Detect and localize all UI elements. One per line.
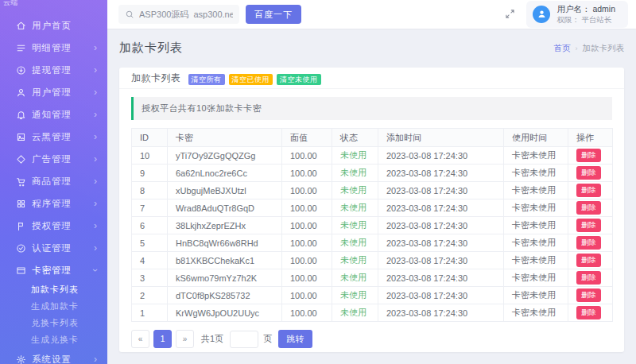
delete-button[interactable]: 删除 [576, 236, 601, 250]
cell-id: 9 [132, 165, 168, 182]
sidebar-item-label: 生成兑换卡 [31, 334, 97, 346]
delete-button[interactable]: 删除 [576, 271, 601, 285]
chevron-right-icon: › [94, 199, 97, 208]
image-icon [16, 132, 26, 142]
sidebar-item-label: 系统设置 [32, 354, 94, 364]
delete-button[interactable]: 删除 [576, 149, 601, 162]
delete-button[interactable]: 删除 [576, 219, 601, 232]
sidebar-item[interactable]: 商品管理 › [0, 170, 107, 192]
chevron-right-icon: › [94, 154, 97, 164]
cell-used-time: 卡密未使用 [504, 199, 568, 217]
prev-page-button[interactable]: « [131, 330, 149, 348]
sidebar-item[interactable]: 认证管理 › [0, 237, 107, 259]
sidebar-item[interactable]: 授权管理 › [0, 215, 107, 237]
topbar: 百度一下 用户名： admin 权限： 平台站长 [107, 0, 636, 29]
home-icon [16, 21, 26, 31]
cell-added-time: 2023-03-08 17:24:30 [378, 182, 504, 199]
diamond-icon [16, 154, 26, 165]
clear-badge-button[interactable]: 清空已使用 [229, 74, 273, 85]
sidebar-item-label: 云黑管理 [32, 131, 94, 143]
clear-badge-button[interactable]: 清空所有 [188, 74, 225, 85]
sidebar-item-label: 程序管理 [32, 198, 94, 210]
sidebar-item-label: 授权管理 [32, 220, 94, 232]
jump-page-input[interactable] [230, 331, 258, 348]
cell-status: 未使用 [332, 199, 378, 217]
table-row: 4 b81XKBCChekaKc1 100.00 未使用 2023-03-08 … [132, 252, 613, 269]
cell-status: 未使用 [332, 182, 378, 199]
cell-id: 5 [132, 234, 168, 252]
search-area: 百度一下 [118, 5, 301, 24]
jump-button[interactable]: 跳转 [278, 330, 312, 348]
clear-actions: 清空所有清空已使用清空未使用 [188, 71, 325, 85]
sidebar-item-label: 用户管理 [32, 87, 94, 99]
sidebar-item-label: 提现管理 [32, 64, 94, 76]
chevron-right-icon: › [94, 43, 97, 52]
cell-code: 6a62nLnoc2re6Cc [168, 165, 282, 182]
cell-used-time: 卡密未使用 [504, 269, 568, 287]
sidebar-item[interactable]: 兑换卡列表 › [0, 315, 107, 331]
sidebar: 云端 用户首页 › 明细管理 › 提现管理 › [0, 0, 107, 364]
delete-button[interactable]: 删除 [576, 288, 601, 302]
chevron-right-icon: › [94, 176, 97, 186]
delete-button[interactable]: 删除 [576, 201, 601, 215]
cell-used-time: 卡密未使用 [504, 234, 568, 252]
card-title: 加款卡列表 [131, 72, 181, 85]
baidu-search-button[interactable]: 百度一下 [246, 5, 301, 24]
cell-id: 1 [132, 304, 168, 322]
cart-icon [16, 176, 26, 187]
cards-table: ID卡密面值状态添加时间使用时间操作 10 yTi7Oy9ZGgQQZGg 10… [131, 128, 613, 322]
cell-used-time: 卡密未使用 [504, 217, 568, 234]
sidebar-item[interactable]: 生成兑换卡 › [0, 331, 107, 348]
sidebar-item[interactable]: 系统设置 › [0, 348, 107, 364]
table-row: 2 dTC0f8pKS285732 100.00 未使用 2023-03-08 … [132, 287, 613, 304]
cell-action: 删除 [568, 147, 613, 165]
table-row: 1 KrWgW6JpOU2UUyc 100.00 未使用 2023-03-08 … [132, 304, 613, 322]
card-body: 授权平台共有10张加款卡卡密 ID卡密面值状态添加时间使用时间操作 [119, 89, 624, 348]
sidebar-item-label: 加款卡列表 [31, 284, 97, 296]
sidebar-item[interactable]: 云黑管理 › [0, 126, 107, 148]
cell-action: 删除 [568, 304, 613, 322]
clear-badge-button[interactable]: 清空未使用 [277, 74, 321, 85]
fullscreen-icon[interactable] [505, 9, 515, 19]
role-text: 权限： 平台站长 [556, 15, 615, 25]
search-box [118, 5, 239, 24]
sidebar-item[interactable]: 用户首页 › [0, 14, 107, 37]
sidebar-item[interactable]: 用户管理 › [0, 81, 107, 103]
cell-used-time: 卡密未使用 [504, 165, 568, 182]
cell-code: 38LkjhxZeprEZHx [168, 217, 282, 234]
cell-action: 删除 [568, 269, 613, 287]
sidebar-item[interactable]: 生成加款卡 › [0, 298, 107, 315]
card-icon [16, 265, 26, 276]
sidebar-item[interactable]: 程序管理 › [0, 192, 107, 215]
next-page-button[interactable]: » [176, 330, 194, 348]
person-icon [537, 9, 547, 19]
sidebar-item[interactable]: 卡密管理 › [0, 259, 107, 281]
sidebar-item[interactable]: 加款卡列表 › [0, 281, 107, 298]
delete-button[interactable]: 删除 [576, 166, 601, 180]
user-chip[interactable]: 用户名： admin 权限： 平台站长 [526, 1, 628, 28]
cell-action: 删除 [568, 287, 613, 304]
cell-code: b81XKBCChekaKc1 [168, 252, 282, 269]
detail-icon [16, 43, 26, 53]
gear-icon [16, 354, 26, 364]
cell-id: 8 [132, 182, 168, 199]
cell-action: 删除 [568, 217, 613, 234]
delete-button[interactable]: 删除 [576, 184, 601, 197]
delete-button[interactable]: 删除 [576, 306, 601, 319]
sidebar-item[interactable]: 广告管理 › [0, 148, 107, 170]
withdraw-icon [16, 65, 26, 76]
chevron-right-icon: › [94, 110, 97, 119]
pagination: « 1 » 共1页 页 跳转 [131, 330, 612, 348]
cell-value: 100.00 [282, 304, 332, 322]
table-header-cell: 使用时间 [504, 129, 568, 147]
user-icon [16, 87, 26, 98]
table-header-cell: 状态 [332, 129, 378, 147]
breadcrumb-home[interactable]: 首页 [554, 43, 571, 54]
sidebar-item[interactable]: 通知管理 › [0, 103, 107, 126]
sidebar-item-label: 兑换卡列表 [31, 317, 97, 329]
search-input[interactable] [139, 10, 233, 19]
sidebar-item[interactable]: 明细管理 › [0, 37, 107, 59]
page-button-current[interactable]: 1 [153, 330, 172, 348]
sidebar-item[interactable]: 提现管理 › [0, 59, 107, 81]
delete-button[interactable]: 删除 [576, 254, 601, 267]
